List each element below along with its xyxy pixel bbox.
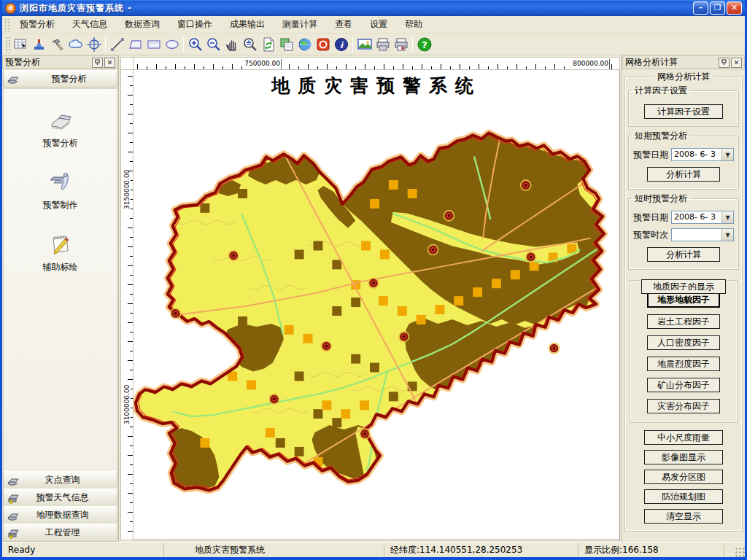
map-select-icon[interactable] bbox=[12, 35, 30, 53]
bar-label: 地理数据查询 bbox=[21, 509, 117, 521]
plotter-icon bbox=[7, 475, 21, 486]
item-warning-analysis[interactable]: 预警分析 bbox=[43, 108, 78, 149]
warning-time-combobox[interactable]: ▼ bbox=[671, 228, 734, 241]
refresh-page-icon[interactable] bbox=[259, 35, 277, 53]
short-term-legend: 短期预警分析 bbox=[632, 130, 690, 142]
menu-view[interactable]: 查看 bbox=[326, 16, 361, 33]
ellipse-tool-icon[interactable] bbox=[163, 35, 181, 53]
immediate-date-combobox[interactable]: 2008- 6- 3 ▼ bbox=[671, 211, 734, 224]
chevron-down-icon[interactable]: ▼ bbox=[721, 229, 733, 241]
image-map-icon[interactable] bbox=[355, 35, 374, 53]
menu-warning-analysis[interactable]: 预警分析 bbox=[11, 16, 63, 33]
pin-icon[interactable] bbox=[92, 58, 103, 68]
seismic-intensity-factor-button[interactable]: 地震烈度因子 bbox=[647, 357, 720, 371]
population-density-factor-button[interactable]: 人口密度因子 bbox=[647, 335, 720, 350]
toolbar-separator bbox=[105, 37, 106, 52]
rectangle-tool-icon[interactable] bbox=[144, 35, 163, 53]
device-icon bbox=[7, 492, 21, 504]
zoom-in-icon[interactable] bbox=[186, 35, 204, 53]
warning-date-value: 2008- 6- 3 bbox=[672, 149, 721, 160]
menu-data-query[interactable]: 数据查询 bbox=[116, 16, 169, 33]
grid-analysis-group: 网格分析计算 计算因子设置 计算因子设置 短期预警分析 预警日期 2008- 6… bbox=[624, 71, 743, 532]
warning-date-combobox[interactable]: 2008- 6- 3 ▼ bbox=[671, 148, 734, 161]
left-ruler: 3150000.00 3100000.00 bbox=[120, 70, 133, 540]
left-panel-title: 预警分析 bbox=[5, 56, 90, 69]
left-panel-bars: 灾点查询 预警天气信息 地理数据查询 工程管理 bbox=[2, 472, 118, 542]
print-setup-icon[interactable] bbox=[392, 35, 410, 53]
left-panel-header[interactable]: 预警分析 bbox=[3, 70, 117, 88]
immediate-analyze-button[interactable]: 分析计算 bbox=[647, 247, 720, 262]
geological-hazard-map[interactable] bbox=[133, 70, 619, 539]
menu-measure-calc[interactable]: 测量计算 bbox=[274, 16, 326, 33]
locate-icon[interactable] bbox=[85, 35, 103, 53]
menu-result-output[interactable]: 成果输出 bbox=[221, 16, 274, 33]
zoom-out-icon[interactable] bbox=[204, 35, 222, 53]
toolbar-separator bbox=[352, 37, 353, 52]
ruler-label: 3150000.00 bbox=[123, 171, 131, 209]
item-auxiliary-plotting[interactable]: 辅助标绘 bbox=[43, 230, 78, 273]
window-title: 浏阳市地质灾害预警系统 - bbox=[20, 2, 693, 15]
item-warning-production[interactable]: 预警制作 bbox=[43, 168, 78, 211]
calc-factor-legend: 计算因子设置 bbox=[632, 85, 690, 97]
cloud-icon[interactable] bbox=[66, 35, 85, 53]
susceptibility-zoning-button[interactable]: 易发分区图 bbox=[644, 470, 723, 484]
close-panel-icon[interactable]: ✕ bbox=[731, 58, 742, 68]
disaster-distribution-factor-button[interactable]: 灾害分布因子 bbox=[647, 399, 720, 413]
bar-geographic-data-query[interactable]: 地理数据查询 bbox=[3, 506, 117, 524]
menu-help[interactable]: 帮助 bbox=[396, 16, 431, 33]
menu-weather-info[interactable]: 天气信息 bbox=[63, 16, 116, 33]
stamp-icon[interactable] bbox=[30, 35, 48, 53]
menu-window-ops[interactable]: 窗口操作 bbox=[169, 16, 221, 33]
short-term-analyze-button[interactable]: 分析计算 bbox=[647, 167, 720, 182]
mine-distribution-factor-button[interactable]: 矿山分布因子 bbox=[647, 378, 720, 392]
pin-icon[interactable] bbox=[719, 58, 729, 68]
bar-project-management[interactable]: 工程管理 bbox=[3, 524, 117, 542]
resize-grip[interactable] bbox=[735, 547, 745, 557]
polygon-tool-icon[interactable] bbox=[126, 35, 144, 53]
prevention-plan-button[interactable]: 防治规划图 bbox=[644, 489, 723, 504]
application-window: d 浏阳市地质灾害预警系统 - – ❐ ✕ 预警分析 天气信息 数据查询 窗口操… bbox=[0, 0, 747, 560]
restore-button[interactable]: ❐ bbox=[710, 1, 725, 15]
menubar-grip[interactable] bbox=[4, 18, 9, 31]
left-panel-titlebar: 预警分析 ✕ bbox=[2, 55, 118, 69]
minimize-button[interactable]: – bbox=[693, 1, 708, 15]
calc-factor-settings-button[interactable]: 计算因子设置 bbox=[644, 104, 723, 119]
warning-time-label: 预警时次 bbox=[633, 229, 671, 241]
left-panel-items: 预警分析 预警制作 辅助标绘 bbox=[3, 88, 117, 472]
rainfall-scale-button[interactable]: 中小尺度雨量 bbox=[644, 430, 723, 445]
record-icon[interactable] bbox=[314, 35, 332, 53]
zoom-selection-icon[interactable] bbox=[241, 35, 259, 53]
globe-icon[interactable] bbox=[295, 35, 314, 53]
status-coordinates: 经纬度:114.140551,28.250253 bbox=[384, 542, 578, 557]
line-tool-icon[interactable] bbox=[108, 35, 126, 53]
image-display-button[interactable]: 影像图显示 bbox=[644, 450, 723, 464]
map-canvas[interactable]: 地质灾害预警系统 bbox=[133, 70, 620, 540]
close-button[interactable]: ✕ bbox=[727, 1, 742, 15]
close-panel-icon[interactable]: ✕ bbox=[104, 58, 115, 68]
right-dock-panel: 网格分析计算 ✕ 网格分析计算 计算因子设置 计算因子设置 短期预警分析 预警日… bbox=[622, 55, 745, 542]
geological-factor-display-button[interactable]: 地质因子的显示 bbox=[641, 279, 726, 294]
plotter-icon bbox=[7, 73, 21, 85]
layers-copy-icon[interactable] bbox=[277, 35, 295, 53]
toolbar-grip[interactable] bbox=[4, 36, 10, 52]
bar-disaster-point-query[interactable]: 灾点查询 bbox=[3, 471, 117, 489]
info-icon[interactable]: i bbox=[332, 35, 350, 53]
right-panel-titlebar: 网格分析计算 ✕ bbox=[622, 55, 745, 69]
grid-analysis-legend: 网格分析计算 bbox=[654, 71, 713, 83]
help-icon[interactable]: ? bbox=[415, 35, 433, 53]
hammer-icon[interactable] bbox=[48, 35, 66, 53]
chevron-down-icon[interactable]: ▼ bbox=[721, 149, 733, 160]
svg-text:?: ? bbox=[422, 39, 427, 50]
print-icon[interactable] bbox=[374, 35, 392, 53]
pan-hand-icon[interactable] bbox=[222, 35, 241, 53]
menu-settings[interactable]: 设置 bbox=[361, 16, 396, 33]
geotechnical-factor-button[interactable]: 岩土工程因子 bbox=[647, 314, 720, 329]
chevron-down-icon[interactable]: ▼ bbox=[721, 211, 733, 223]
calc-factor-section: 计算因子设置 计算因子设置 bbox=[628, 85, 739, 127]
bar-warning-weather-info[interactable]: 预警天气信息 bbox=[3, 489, 117, 507]
bar-label: 预警天气信息 bbox=[21, 491, 117, 504]
clear-display-button[interactable]: 清空显示 bbox=[644, 509, 723, 524]
book-icon bbox=[47, 108, 74, 133]
terrain-factor-button[interactable]: 地形地貌因子 bbox=[647, 292, 720, 308]
toolbar-separator bbox=[183, 37, 184, 52]
